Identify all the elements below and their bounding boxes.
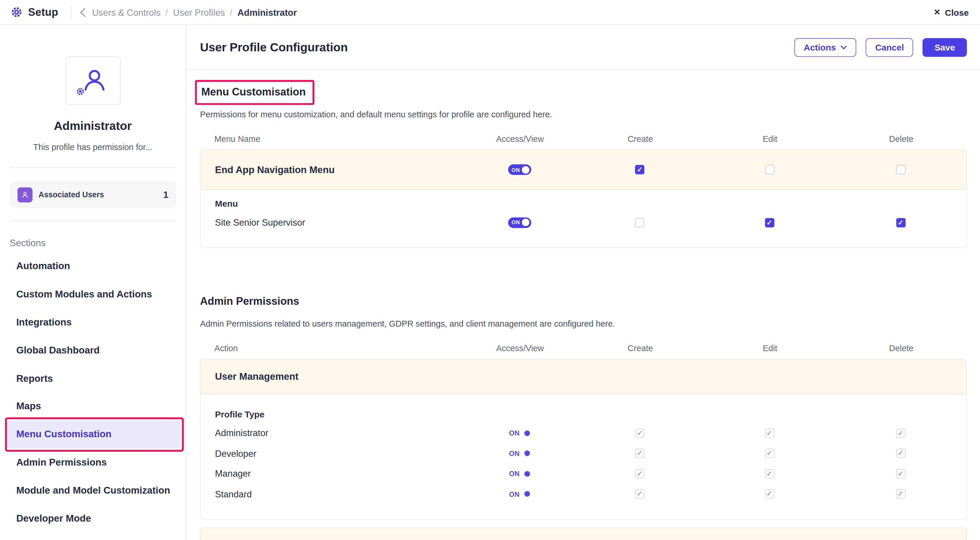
row-name: Manager <box>200 469 463 479</box>
row-name: Standard <box>200 489 463 499</box>
profile-gear-icon <box>75 87 85 96</box>
cancel-button[interactable]: Cancel <box>866 38 913 56</box>
group-row-user-management: User Management <box>200 359 966 394</box>
profile-avatar <box>65 56 120 105</box>
row-name: Site Senior Supervisor <box>200 218 463 227</box>
sidebar-item-admin-permissions[interactable]: Admin Permissions <box>5 448 180 476</box>
sidebar-divider <box>10 221 176 221</box>
column-access-view: Access/View <box>464 343 576 353</box>
app-title: Setup <box>28 6 58 18</box>
toggle-dot <box>524 451 530 456</box>
sidebar-item-module-and-model-customization[interactable]: Module and Model Customization <box>5 476 180 504</box>
sidebar-item-maps[interactable]: Maps <box>5 392 180 420</box>
breadcrumb-back-icon[interactable] <box>80 8 86 17</box>
sidebar-item-label: Maps <box>16 401 41 412</box>
sidebar-item-developer-mode[interactable]: Developer Mode <box>5 504 180 532</box>
admin-permissions-section-title: Admin Permissions <box>200 295 967 308</box>
delete-checkbox[interactable] <box>896 218 905 227</box>
access-view-toggle[interactable]: ON <box>509 429 530 437</box>
edit-checkbox[interactable] <box>765 489 774 499</box>
edit-checkbox[interactable] <box>765 165 774 174</box>
sidebar-item-menu-customisation[interactable]: Menu Customisation <box>5 420 180 448</box>
sidebar-item-automation[interactable]: Automation <box>5 253 180 281</box>
access-view-toggle[interactable]: ON <box>508 217 531 228</box>
sidebar-nav: Automation Custom Modules and Actions In… <box>0 253 186 532</box>
edit-checkbox[interactable] <box>765 449 774 458</box>
breadcrumb-users-and-controls[interactable]: Users & Controls <box>92 7 161 17</box>
create-checkbox[interactable] <box>635 165 644 174</box>
subgroup-label-menu: Menu <box>200 190 966 211</box>
access-view-toggle[interactable]: ON <box>508 164 531 175</box>
menu-customisation-description: Permissions for menu customization, and … <box>200 110 967 121</box>
table-row-end-app-navigation-menu: End App Navigation Menu ON <box>200 150 966 190</box>
create-checkbox[interactable] <box>635 469 644 478</box>
create-checkbox[interactable] <box>635 218 644 227</box>
breadcrumb: Users & Controls / User Profiles / Admin… <box>92 7 297 17</box>
menu-customisation-section-title: Menu Customisation <box>201 86 306 99</box>
edit-checkbox[interactable] <box>765 469 774 478</box>
delete-checkbox[interactable] <box>896 449 905 458</box>
toggle-on-label: ON <box>512 167 520 173</box>
sidebar-item-global-dashboard[interactable]: Global Dashboard <box>5 336 180 364</box>
sidebar-item-label: Reports <box>16 373 53 384</box>
next-group-row-partial <box>200 527 967 540</box>
sidebar-item-label: Developer Mode <box>16 513 91 524</box>
toggle-on-label: ON <box>509 470 520 478</box>
create-checkbox[interactable] <box>635 449 644 458</box>
sidebar-item-label: Custom Modules and Actions <box>16 289 152 300</box>
sidebar-item-label: Global Dashboard <box>16 345 100 356</box>
breadcrumb-user-profiles[interactable]: User Profiles <box>173 7 225 17</box>
sidebar-item-label: Module and Model Customization <box>16 484 170 496</box>
toggle-dot <box>524 491 530 497</box>
topbar: Setup Users & Controls / User Profiles /… <box>0 0 980 25</box>
topbar-divider <box>71 5 71 19</box>
table-row-administrator: Administrator ON <box>200 423 966 443</box>
group-label: User Management <box>200 371 463 382</box>
actions-button[interactable]: Actions <box>794 38 856 56</box>
profile-description: This profile has permission for... <box>33 142 153 152</box>
toggle-on-label: ON <box>512 219 520 226</box>
associated-users-icon <box>17 187 32 202</box>
delete-checkbox[interactable] <box>896 489 905 499</box>
table-row-site-senior-supervisor: Site Senior Supervisor ON <box>200 211 966 233</box>
delete-checkbox[interactable] <box>896 429 905 438</box>
table-header: Action Access/View Create Edit Delete <box>200 337 967 359</box>
table-body: User Management Profile Type Administrat… <box>200 359 967 520</box>
access-view-toggle[interactable]: ON <box>509 491 530 498</box>
table-row-developer: Developer ON <box>200 443 966 464</box>
sidebar-item-label: Automation <box>16 260 70 272</box>
table-row-standard: Standard ON <box>200 484 966 504</box>
sidebar-divider <box>10 168 176 168</box>
create-checkbox[interactable] <box>635 429 644 438</box>
toggle-knob <box>522 166 530 173</box>
content: Menu Customisation Permissions for menu … <box>186 70 980 540</box>
setup-brand[interactable]: Setup <box>10 6 58 19</box>
toggle-on-label: ON <box>509 449 520 457</box>
sidebar-item-custom-modules-and-actions[interactable]: Custom Modules and Actions <box>5 281 180 308</box>
row-name: End App Navigation Menu <box>200 164 463 175</box>
toggle-on-label: ON <box>509 429 520 437</box>
delete-checkbox[interactable] <box>896 469 905 478</box>
delete-checkbox[interactable] <box>896 165 905 174</box>
column-delete: Delete <box>836 343 967 353</box>
sections-heading: Sections <box>10 237 176 248</box>
save-button[interactable]: Save <box>923 38 967 56</box>
sidebar-item-integrations[interactable]: Integrations <box>5 308 180 336</box>
close-label: Close <box>945 7 969 17</box>
page-title: User Profile Configuration <box>200 40 348 54</box>
access-view-toggle[interactable]: ON <box>509 449 530 457</box>
close-button[interactable]: ✕ Close <box>934 7 969 17</box>
actions-button-label: Actions <box>803 42 836 52</box>
create-checkbox[interactable] <box>635 489 644 499</box>
edit-checkbox[interactable] <box>765 218 774 227</box>
sidebar-item-reports[interactable]: Reports <box>5 364 180 392</box>
profile-name: Administrator <box>54 119 132 133</box>
column-access-view: Access/View <box>464 134 576 143</box>
edit-checkbox[interactable] <box>765 429 774 438</box>
row-name: Administrator <box>200 428 463 438</box>
access-view-toggle[interactable]: ON <box>509 470 530 478</box>
admin-permissions-description: Admin Permissions related to users manag… <box>200 319 967 330</box>
associated-users-card[interactable]: Associated Users 1 <box>10 181 176 208</box>
header-actions: Actions Cancel Save <box>794 38 967 56</box>
menu-customisation-table: Menu Name Access/View Create Edit Delete… <box>200 128 967 248</box>
